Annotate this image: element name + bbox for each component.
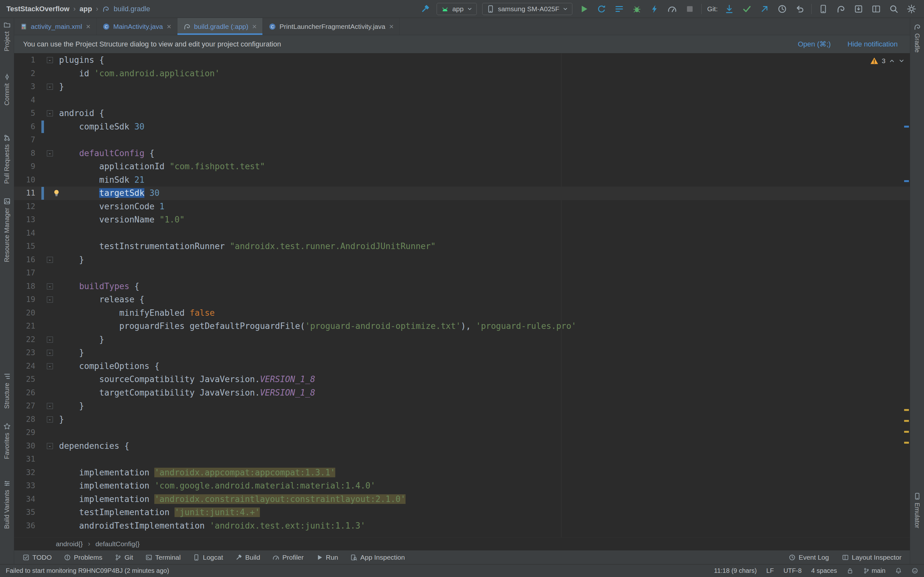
code-text[interactable]: targetCompatibility JavaVersion.VERSION_…	[55, 386, 910, 400]
open-project-structure-link[interactable]: Open (⌘;)	[798, 40, 831, 48]
line-number[interactable]: 8	[14, 147, 41, 160]
code-text[interactable]: }	[55, 333, 910, 347]
editor-line-12[interactable]: 12 versionCode 1	[14, 200, 910, 213]
hide-notification-link[interactable]: Hide notification	[847, 40, 898, 48]
editor-line-29[interactable]: 29	[14, 426, 910, 440]
profile-button[interactable]	[666, 3, 678, 15]
breadcrumb-defaultconfig[interactable]: defaultConfig{}	[95, 540, 140, 548]
fold-start-icon[interactable]: -	[47, 363, 53, 369]
apply-code-changes-button[interactable]	[613, 3, 625, 15]
editor-line-28[interactable]: 28-}	[14, 413, 910, 426]
line-number[interactable]: 29	[14, 426, 41, 440]
tool-stripe-resource-manager[interactable]: Resource Manager	[0, 197, 14, 262]
editor-line-8[interactable]: 8- defaultConfig {	[14, 147, 910, 160]
code-text[interactable]	[55, 133, 910, 147]
tab-activity-main-xml[interactable]: activity_main.xml×	[14, 18, 97, 35]
editor-line-22[interactable]: 22- }	[14, 333, 910, 347]
toolwindow-terminal[interactable]: Terminal	[145, 554, 181, 561]
toolwindow-problems[interactable]: Problems	[64, 554, 102, 561]
editor-line-3[interactable]: 3-}	[14, 80, 910, 93]
fold-end-icon[interactable]: -	[47, 350, 53, 356]
code-text[interactable]: plugins {	[55, 53, 910, 67]
line-number[interactable]: 7	[14, 133, 41, 147]
warning-stripe-mark[interactable]	[904, 442, 909, 444]
tool-stripe-project[interactable]: Project	[0, 21, 14, 51]
close-tab-icon[interactable]: ×	[389, 23, 394, 31]
fold-start-icon[interactable]: -	[47, 150, 53, 156]
code-text[interactable]	[55, 266, 910, 280]
tool-stripe-favorites[interactable]: Favorites	[0, 422, 14, 459]
editor-line-35[interactable]: 35 testImplementation 'junit:junit:4.+'	[14, 506, 910, 519]
editor-line-36[interactable]: 36 androidTestImplementation 'androidx.t…	[14, 519, 910, 533]
tool-stripe-build-variants[interactable]: Build Variants	[0, 480, 14, 529]
editor-line-5[interactable]: 5-android {	[14, 107, 910, 120]
line-number[interactable]: 16	[14, 253, 41, 267]
close-tab-icon[interactable]: ×	[86, 23, 90, 31]
line-number[interactable]: 12	[14, 200, 41, 213]
tab-mainactivity-java[interactable]: CMainActivity.java×	[97, 18, 178, 35]
caret-position-widget[interactable]: 11:18 (9 chars)	[714, 567, 757, 574]
editor-line-26[interactable]: 26 targetCompatibility JavaVersion.VERSI…	[14, 386, 910, 400]
attach-debugger-button[interactable]	[648, 3, 661, 15]
code-text[interactable]: }	[55, 400, 910, 413]
code-text[interactable]: minSdk 21	[55, 173, 910, 187]
editor-line-4[interactable]: 4	[14, 93, 910, 107]
code-text[interactable]: release {	[55, 293, 910, 306]
change-stripe-mark[interactable]	[904, 126, 909, 127]
fold-end-icon[interactable]: -	[47, 257, 53, 263]
history-button[interactable]	[776, 3, 788, 15]
line-number[interactable]: 27	[14, 400, 41, 413]
git-branch-widget[interactable]: main	[863, 567, 885, 574]
next-problem-icon[interactable]	[898, 58, 905, 64]
editor-line-6[interactable]: 6 compileSdk 30	[14, 120, 910, 134]
line-number[interactable]: 11	[14, 187, 41, 200]
editor-line-14[interactable]: 14	[14, 227, 910, 240]
inspections-widget[interactable]: 3	[870, 57, 905, 65]
editor-line-18[interactable]: 18- buildTypes {	[14, 280, 910, 293]
fold-end-icon[interactable]: -	[47, 84, 53, 90]
code-text[interactable]	[55, 227, 910, 240]
code-text[interactable]	[55, 453, 910, 466]
line-number[interactable]: 31	[14, 453, 41, 466]
code-text[interactable]: applicationId "com.fishpott.test"	[55, 160, 910, 173]
editor-line-27[interactable]: 27- }	[14, 400, 910, 413]
editor-line-9[interactable]: 9 applicationId "com.fishpott.test"	[14, 160, 910, 173]
toolwindow-git[interactable]: Git	[115, 554, 133, 561]
code-text[interactable]: }	[55, 80, 910, 93]
code-text[interactable]: android {	[55, 107, 910, 120]
close-tab-icon[interactable]: ×	[167, 23, 171, 31]
tool-stripe-emulator[interactable]: Emulator	[910, 492, 924, 528]
code-text[interactable]: implementation 'androidx.constraintlayou…	[55, 493, 910, 506]
line-number[interactable]: 5	[14, 107, 41, 120]
line-number[interactable]: 30	[14, 440, 41, 453]
editor-line-7[interactable]: 7	[14, 133, 910, 147]
code-text[interactable]: sourceCompatibility JavaVersion.VERSION_…	[55, 373, 910, 386]
code-text[interactable]: versionName "1.0"	[55, 213, 910, 227]
line-number[interactable]: 13	[14, 213, 41, 227]
toolwindow-build[interactable]: Build	[235, 554, 260, 561]
change-stripe-mark[interactable]	[904, 180, 909, 182]
code-text[interactable]: defaultConfig {	[55, 147, 910, 160]
line-number[interactable]: 23	[14, 346, 41, 359]
code-text[interactable]: }	[55, 346, 910, 359]
apply-changes-button[interactable]	[596, 3, 607, 15]
breadcrumb-project[interactable]: TestStackOverflow	[6, 5, 69, 13]
sync-gradle-button[interactable]	[835, 3, 847, 15]
line-number[interactable]: 21	[14, 319, 41, 333]
code-text[interactable]: testImplementation 'junit:junit:4.+'	[55, 506, 910, 519]
line-number[interactable]: 32	[14, 466, 41, 480]
warning-stripe-mark[interactable]	[904, 409, 909, 411]
commit-button[interactable]	[741, 3, 753, 15]
editor-line-21[interactable]: 21 proguardFiles getDefaultProguardFile(…	[14, 319, 910, 333]
feedback-icon[interactable]	[911, 567, 918, 574]
tab-printlauncherfragmentactivity-java[interactable]: CPrintLauncherFragmentActivity.java×	[263, 18, 400, 35]
editor-line-17[interactable]: 17	[14, 266, 910, 280]
editor-line-33[interactable]: 33 implementation 'com.google.android.ma…	[14, 479, 910, 493]
code-text[interactable]: testInstrumentationRunner "androidx.test…	[55, 240, 910, 253]
settings-button[interactable]	[905, 3, 918, 15]
line-number[interactable]: 26	[14, 386, 41, 400]
code-text[interactable]: dependencies {	[55, 440, 910, 453]
tab-build-gradle-app[interactable]: build.gradle (:app)×	[178, 18, 263, 35]
status-message[interactable]: Failed to start monitoring R9HNC09P4BJ (…	[6, 567, 169, 574]
line-number[interactable]: 1	[14, 53, 41, 67]
